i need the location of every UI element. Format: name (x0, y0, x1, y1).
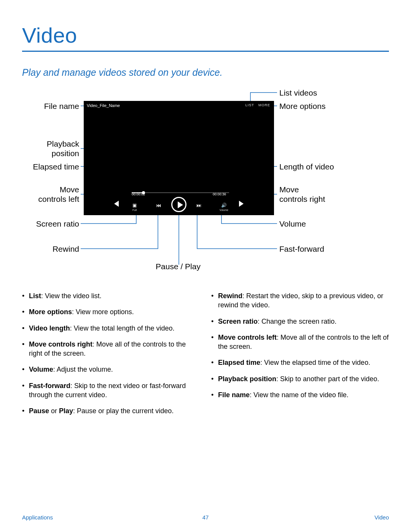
callout-pause-play: Pause / Play (136, 262, 220, 271)
bullet-item: Volume: Adjust the volume. (22, 365, 200, 374)
callout-move-left: Movecontrols left (22, 185, 79, 204)
bullet-item: Video length: View the total length of t… (22, 324, 200, 333)
bullet-item: File name: View the name of the video fi… (211, 390, 389, 399)
bullets-right: Rewind: Restart the video, skip to a pre… (211, 291, 389, 423)
play-pause-button[interactable] (171, 197, 186, 212)
fast-forward-button[interactable]: ⏭ (196, 202, 202, 208)
callout-more-options: More options (279, 101, 325, 111)
callout-file-name: File name (22, 101, 79, 111)
screen-ratio-button[interactable]: ▣ Full (132, 203, 137, 211)
callout-list-videos: List videos (279, 88, 317, 97)
video-length: 00:00:36 (213, 192, 226, 196)
volume-icon: 🔊 (220, 203, 228, 208)
elapsed-time: 00:00:02 (132, 192, 145, 196)
fast-forward-icon: ⏭ (196, 202, 202, 208)
callout-volume: Volume (279, 219, 306, 228)
callout-length: Length of video (279, 162, 334, 171)
bullet-item: Move controls right: Move all of the con… (22, 340, 200, 358)
file-name-display: Video_File_Name (87, 103, 120, 108)
rewind-icon: ⏮ (156, 202, 161, 208)
play-icon (178, 201, 183, 208)
bullet-item: Pause or Play: Pause or play the current… (22, 406, 200, 415)
move-controls-left-icon[interactable] (114, 201, 119, 207)
bullets-columns: List: View the video list. More options:… (22, 291, 389, 423)
callout-elapsed-time: Elapsed time (22, 162, 79, 171)
callout-screen-ratio: Screen ratio (22, 219, 79, 228)
video-player: Video_File_Name LIST MORE 00:00:02 00:00… (84, 101, 274, 215)
screen-ratio-label: Full (132, 209, 137, 211)
page-footer: Applications 47 Video (0, 514, 411, 521)
bullet-item: List: View the video list. (22, 291, 200, 300)
bullets-left: List: View the video list. More options:… (22, 291, 200, 423)
volume-button[interactable]: 🔊 Volume (220, 203, 228, 211)
callout-playback-position: Playbackposition (22, 139, 79, 158)
bullet-item: Playback position: Skip to another part … (211, 374, 389, 383)
callout-move-right: Movecontrols right (279, 185, 325, 204)
callout-fast-forward: Fast-forward (279, 244, 324, 254)
diagram: Video_File_Name LIST MORE 00:00:02 00:00… (22, 89, 389, 284)
callout-rewind: Rewind (22, 244, 79, 254)
more-button[interactable]: MORE (258, 103, 270, 107)
bullet-item: More options: View more options. (22, 307, 200, 316)
screen-ratio-icon: ▣ (132, 203, 137, 208)
footer-left: Applications (22, 514, 53, 521)
bullet-item: Move controls left: Move all of the cont… (211, 333, 389, 351)
volume-label: Volume (220, 209, 228, 211)
move-controls-right-icon[interactable] (239, 201, 244, 207)
bullet-item: Elapsed time: View the elapsed time of t… (211, 358, 389, 367)
bullet-item: Screen ratio: Change the screen ratio. (211, 317, 389, 326)
page-title: Video (22, 23, 389, 48)
page-subtitle: Play and manage videos stored on your de… (22, 67, 389, 78)
footer-page-number: 47 (202, 514, 209, 521)
bullet-item: Rewind: Restart the video, skip to a pre… (211, 291, 389, 310)
title-rule (22, 51, 389, 52)
bullet-item: Fast-forward: Skip to the next video or … (22, 381, 200, 400)
footer-right: Video (374, 514, 389, 521)
list-button[interactable]: LIST (245, 103, 254, 107)
rewind-button[interactable]: ⏮ (156, 202, 161, 208)
